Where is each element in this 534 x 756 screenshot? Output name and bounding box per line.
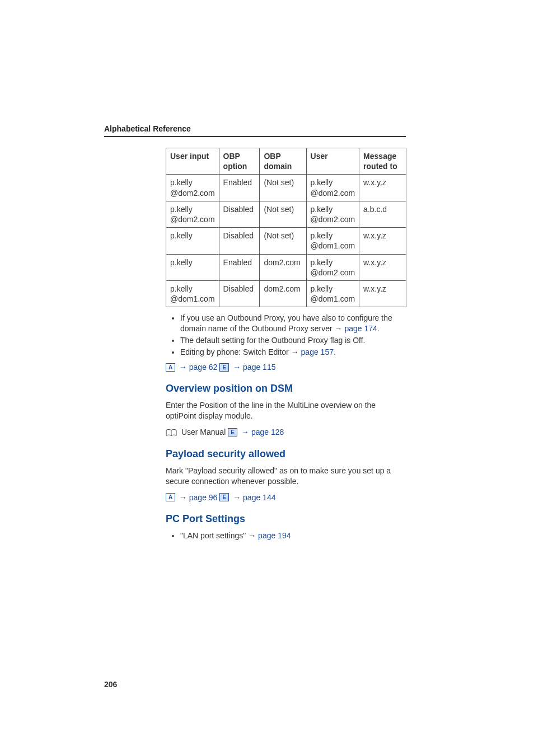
section-payload-text: Mark "Payload security allowed" as on to… [166, 466, 406, 487]
section-overview-title: Overview position on DSM [166, 383, 406, 395]
header-rule [104, 136, 406, 137]
arrow-icon: → [248, 531, 256, 540]
page-link[interactable]: page 157 [301, 348, 334, 356]
cell: (Not set) [260, 175, 306, 201]
arrow-icon: → [179, 493, 187, 502]
cell: p.kelly @dom1.com [306, 280, 359, 307]
section-overview-text: Enter the Position of the line in the Mu… [166, 400, 406, 421]
cell: w.x.y.z [359, 228, 406, 254]
text: Editing by phone: Switch Editor [180, 348, 291, 356]
cell: p.kelly @dom2.com [306, 201, 359, 227]
col-user: User [306, 148, 359, 175]
cell: dom2.com [260, 254, 306, 280]
cell: (Not set) [260, 228, 306, 254]
a-icon: A [166, 493, 175, 501]
cell: p.kelly @dom2.com [306, 175, 359, 201]
page-link[interactable]: page 96 [189, 493, 218, 502]
page-link[interactable]: page 174 [344, 324, 377, 333]
cell: Enabled [219, 175, 260, 201]
list-item: If you use an Outbound Proxy, you have a… [180, 313, 406, 334]
arrow-icon: → [334, 324, 342, 333]
table-row: p.kelly @dom1.com Disabled dom2.com p.ke… [166, 280, 406, 307]
section-pcport-title: PC Port Settings [166, 513, 406, 525]
table-row: p.kelly @dom2.com Disabled (Not set) p.k… [166, 201, 406, 227]
pcport-list: "LAN port settings" → page 194 [166, 530, 406, 541]
cell: p.kelly [166, 254, 219, 280]
routing-table: User input OBP option OBP domain User Me… [166, 148, 406, 307]
arrow-icon: → [233, 363, 241, 372]
page-number: 206 [104, 680, 117, 689]
cell: p.kelly @dom1.com [306, 228, 359, 254]
table-header-row: User input OBP option OBP domain User Me… [166, 148, 406, 175]
cross-reference: A → page 62 E → page 115 [166, 362, 406, 373]
a-icon: A [166, 363, 175, 372]
page-link[interactable]: page 115 [243, 363, 275, 372]
cell: dom2.com [260, 280, 306, 307]
cell: w.x.y.z [359, 175, 406, 201]
cell: w.x.y.z [359, 254, 406, 280]
notes-list: If you use an Outbound Proxy, you have a… [166, 313, 406, 358]
cell: w.x.y.z [359, 280, 406, 307]
cell: p.kelly @dom2.com [306, 254, 359, 280]
e-icon: E [219, 363, 229, 372]
cell: p.kelly @dom2.com [166, 201, 219, 227]
col-user-input: User input [166, 148, 219, 175]
page-link[interactable]: page 128 [251, 428, 284, 436]
col-obp-domain: OBP domain [260, 148, 306, 175]
arrow-icon: → [179, 363, 187, 372]
content-column: User input OBP option OBP domain User Me… [166, 148, 406, 546]
list-item: Editing by phone: Switch Editor → page 1… [180, 347, 406, 358]
page-link[interactable]: page 194 [258, 531, 291, 540]
cell: Disabled [219, 228, 260, 254]
e-icon: E [219, 493, 229, 501]
text: . [334, 348, 336, 356]
arrow-icon: → [291, 348, 299, 356]
cell: a.b.c.d [359, 201, 406, 227]
table-row: p.kelly Disabled (Not set) p.kelly @dom1… [166, 228, 406, 254]
manual-reference: User Manual E → page 128 [166, 427, 406, 438]
cell: Disabled [219, 201, 260, 227]
text: . [377, 324, 380, 333]
cell: Disabled [219, 280, 260, 307]
arrow-icon: → [241, 428, 249, 436]
cell: p.kelly @dom1.com [166, 280, 219, 307]
e-icon: E [228, 428, 237, 436]
page-link[interactable]: page 144 [243, 493, 275, 502]
col-obp-option: OBP option [219, 148, 260, 175]
book-icon [166, 429, 177, 436]
cell: p.kelly [166, 228, 219, 254]
arrow-icon: → [233, 493, 241, 502]
cell: Enabled [219, 254, 260, 280]
list-item: "LAN port settings" → page 194 [180, 530, 406, 541]
running-head: Alphabetical Reference [104, 124, 191, 133]
page: Alphabetical Reference User input OBP op… [0, 0, 534, 756]
cell: (Not set) [260, 201, 306, 227]
col-message-routed: Message routed to [359, 148, 406, 175]
cross-reference: A → page 96 E → page 144 [166, 492, 406, 504]
page-link[interactable]: page 62 [189, 363, 218, 372]
text: "LAN port settings" [180, 531, 248, 540]
table-row: p.kelly @dom2.com Enabled (Not set) p.ke… [166, 175, 406, 201]
manual-label: User Manual [181, 428, 228, 436]
list-item: The default setting for the Outbound Pro… [180, 335, 406, 346]
table-row: p.kelly Enabled dom2.com p.kelly @dom2.c… [166, 254, 406, 280]
cell: p.kelly @dom2.com [166, 175, 219, 201]
section-payload-title: Payload security allowed [166, 448, 406, 460]
